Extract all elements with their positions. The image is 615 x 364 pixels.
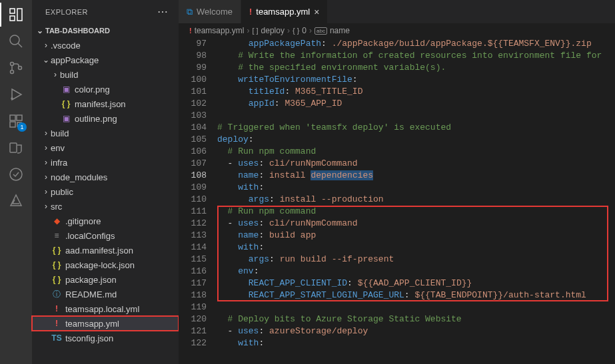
file-label: manifest.json bbox=[75, 99, 126, 109]
code-line[interactable]: args: install --production bbox=[217, 194, 610, 206]
code-line[interactable]: with: bbox=[217, 337, 610, 349]
editor-area: ⧉ Welcome ! teamsapp.yml × ! teamsapp.ym… bbox=[179, 0, 615, 364]
file-item[interactable]: ◆.gitignore bbox=[32, 214, 179, 228]
file-item[interactable]: ⓘREADME.md bbox=[32, 287, 179, 301]
folder-item[interactable]: ›build bbox=[32, 126, 179, 140]
code-line[interactable]: REACT_APP_START_LOGIN_PAGE_URL: ${{TAB_E… bbox=[217, 289, 610, 301]
file-item[interactable]: ▣outline.png bbox=[32, 111, 179, 126]
file-label: build bbox=[60, 70, 78, 80]
file-item[interactable]: { }package.json bbox=[32, 272, 179, 287]
code-line[interactable]: appId: M365_APP_ID bbox=[217, 98, 610, 110]
file-item[interactable]: { }package-lock.json bbox=[32, 258, 179, 272]
line-number: 114 bbox=[179, 242, 207, 254]
code-line[interactable] bbox=[217, 110, 610, 122]
tab-teamsapp-yml[interactable]: ! teamsapp.yml × bbox=[241, 0, 328, 23]
line-number: 103 bbox=[179, 110, 207, 122]
file-label: env bbox=[51, 143, 65, 153]
yaml-icon: ! bbox=[249, 7, 252, 17]
file-item[interactable]: TStsconfig.json bbox=[32, 331, 179, 345]
code-line[interactable]: titleId: M365_TITLE_ID bbox=[217, 86, 610, 98]
md-icon: ⓘ bbox=[51, 289, 63, 300]
file-item[interactable]: ▣color.png bbox=[32, 82, 179, 96]
img-icon: ▣ bbox=[60, 85, 72, 94]
file-item[interactable]: ≡.localConfigs bbox=[32, 228, 179, 243]
activity-bar: 1 bbox=[0, 0, 32, 364]
sidebar-title: EXPLORER bbox=[45, 8, 88, 16]
code-line[interactable]: # Write the information of created resou… bbox=[217, 50, 610, 62]
line-number: 102 bbox=[179, 98, 207, 110]
breadcrumb-item[interactable]: name bbox=[330, 26, 350, 35]
line-number: 117 bbox=[179, 277, 207, 289]
folder-item[interactable]: ›.vscode bbox=[32, 38, 179, 53]
folder-section-header[interactable]: ⌄ TAB-DASHBOARD bbox=[32, 23, 179, 38]
explorer-sidebar: EXPLORER ⋯ ⌄ TAB-DASHBOARD ›.vscode⌄appP… bbox=[32, 0, 179, 364]
img-icon: ▣ bbox=[60, 114, 72, 123]
folder-item[interactable]: ⌄appPackage bbox=[32, 53, 179, 67]
folder-item[interactable]: ›env bbox=[32, 140, 179, 155]
activity-explorer-icon[interactable] bbox=[7, 5, 25, 24]
file-label: infra bbox=[51, 158, 67, 168]
generic-icon: ≡ bbox=[51, 231, 63, 240]
breadcrumb-item[interactable]: deploy bbox=[261, 26, 285, 35]
sidebar-more-icon[interactable]: ⋯ bbox=[157, 5, 169, 18]
folder-item[interactable]: ›build bbox=[32, 67, 179, 82]
code-line[interactable]: # Run npm command bbox=[217, 206, 610, 218]
code-line[interactable]: - uses: cli/runNpmCommand bbox=[217, 158, 610, 170]
breadcrumb-file[interactable]: teamsapp.yml bbox=[195, 26, 245, 35]
file-item[interactable]: { }manifest.json bbox=[32, 96, 179, 111]
activity-testing-icon[interactable] bbox=[7, 165, 25, 184]
file-label: public bbox=[51, 187, 73, 197]
code-line[interactable]: # Run npm command bbox=[217, 146, 610, 158]
file-label: teamsapp.yml bbox=[65, 319, 119, 329]
file-label: .gitignore bbox=[65, 216, 101, 226]
code-line[interactable]: deploy: bbox=[217, 134, 610, 146]
file-label: tsconfig.json bbox=[65, 333, 113, 343]
code-line[interactable]: # Triggered when 'teamsfx deploy' is exe… bbox=[217, 122, 610, 134]
breadcrumb[interactable]: ! teamsapp.yml › [ ] deploy › { } 0 › ab… bbox=[179, 23, 615, 38]
file-tree: ›.vscode⌄appPackage›build▣color.png{ }ma… bbox=[32, 38, 179, 345]
activity-source-control-icon[interactable] bbox=[7, 59, 25, 77]
line-number: 99 bbox=[179, 62, 207, 74]
code-line[interactable]: name: build app bbox=[217, 230, 610, 242]
chevron-right-icon: › bbox=[41, 187, 51, 196]
code-line[interactable]: - uses: azureStorage/deploy bbox=[217, 325, 610, 337]
editor-body[interactable]: 9798991001011021031041051061071081091101… bbox=[179, 38, 615, 364]
activity-azure-icon[interactable] bbox=[7, 192, 25, 210]
code-line[interactable]: # Deploy bits to Azure Storage Static We… bbox=[217, 313, 610, 325]
breadcrumb-item[interactable]: 0 bbox=[302, 26, 307, 35]
code-line[interactable] bbox=[217, 301, 610, 313]
code-line[interactable]: appPackagePath: ./appPackage/build/appPa… bbox=[217, 38, 610, 50]
activity-search-icon[interactable] bbox=[7, 32, 25, 51]
folder-item[interactable]: ›src bbox=[32, 199, 179, 214]
code-line[interactable]: - uses: cli/runNpmCommand bbox=[217, 218, 610, 230]
code-line[interactable]: args: run build --if-present bbox=[217, 254, 610, 266]
minimap[interactable] bbox=[610, 38, 615, 364]
folder-item[interactable]: ›infra bbox=[32, 155, 179, 170]
activity-teams-icon[interactable] bbox=[7, 138, 25, 157]
line-number: 120 bbox=[179, 313, 207, 325]
file-label: README.md bbox=[65, 289, 117, 299]
code-content[interactable]: appPackagePath: ./appPackage/build/appPa… bbox=[217, 38, 610, 364]
file-item[interactable]: { }aad.manifest.json bbox=[32, 243, 179, 258]
code-line[interactable]: with: bbox=[217, 242, 610, 254]
code-line[interactable]: # the specified environment variable(s). bbox=[217, 62, 610, 74]
line-number: 109 bbox=[179, 182, 207, 194]
file-label: appPackage bbox=[51, 55, 99, 65]
code-line[interactable]: name: install dependencies bbox=[217, 170, 610, 182]
folder-item[interactable]: ›node_modules bbox=[32, 170, 179, 184]
code-line[interactable]: with: bbox=[217, 182, 610, 194]
activity-extensions-icon[interactable]: 1 bbox=[7, 112, 25, 130]
line-number: 105 bbox=[179, 134, 207, 146]
close-icon[interactable]: × bbox=[314, 7, 319, 17]
file-item[interactable]: !teamsapp.yml bbox=[32, 316, 179, 331]
tab-bar: ⧉ Welcome ! teamsapp.yml × bbox=[179, 0, 615, 23]
code-line[interactable]: writeToEnvironmentFile: bbox=[217, 74, 610, 86]
tab-welcome[interactable]: ⧉ Welcome bbox=[179, 0, 241, 23]
code-line[interactable]: env: bbox=[217, 266, 610, 277]
activity-run-debug-icon[interactable] bbox=[7, 85, 25, 104]
line-number: 122 bbox=[179, 337, 207, 349]
folder-item[interactable]: ›public bbox=[32, 184, 179, 199]
file-item[interactable]: !teamsapp.local.yml bbox=[32, 301, 179, 316]
code-line[interactable]: REACT_APP_CLIENT_ID: ${{AAD_APP_CLIENT_I… bbox=[217, 277, 610, 289]
svg-point-3 bbox=[19, 67, 22, 70]
